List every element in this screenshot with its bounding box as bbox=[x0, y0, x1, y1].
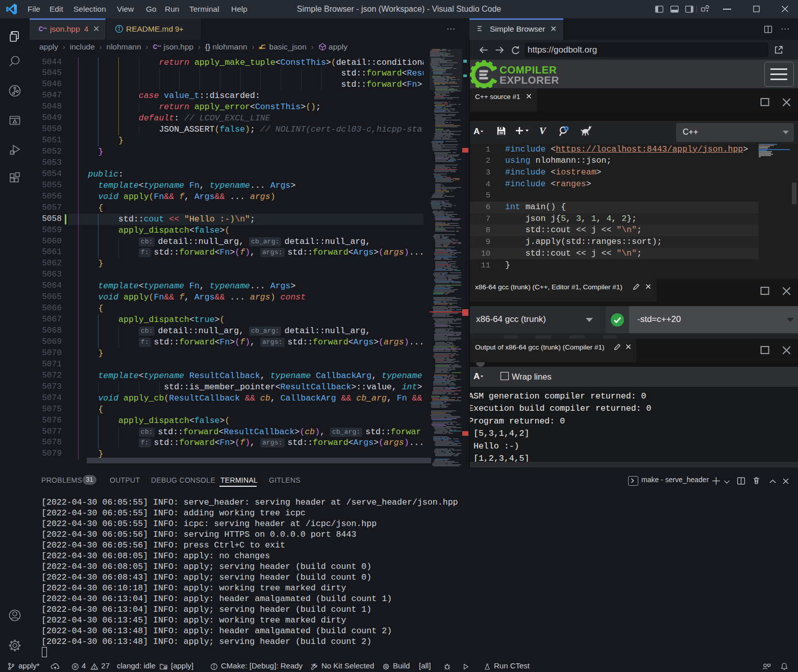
svg-text:+: + bbox=[45, 26, 47, 31]
svg-text:A: A bbox=[473, 127, 480, 136]
svg-text:A: A bbox=[473, 371, 480, 381]
